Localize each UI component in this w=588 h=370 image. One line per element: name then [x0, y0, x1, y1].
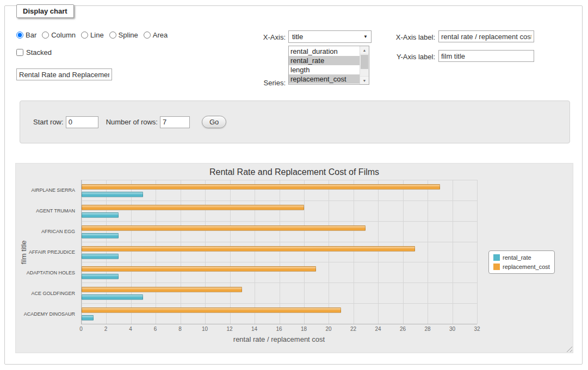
stacked-option[interactable]: Stacked	[16, 48, 52, 57]
chart-type-radio-spline[interactable]	[109, 32, 116, 39]
chart-title-input[interactable]	[16, 68, 112, 80]
chart-type-option-spline[interactable]: Spline	[109, 31, 138, 39]
chart-type-option-line[interactable]: Line	[81, 31, 104, 39]
legend-label-rental_rate: rental_rate	[503, 254, 531, 261]
gridline	[477, 180, 478, 324]
series-field-label: Series:	[242, 79, 286, 87]
bar-replacement_cost	[82, 205, 304, 210]
series-option-length[interactable]: length	[289, 65, 360, 74]
bar-rental_rate	[82, 192, 143, 197]
x-tick-label: 24	[375, 326, 381, 332]
x-tick-label: 30	[449, 326, 455, 332]
x-tick-label: 20	[325, 326, 331, 332]
x-tick-label: 6	[154, 326, 157, 332]
series-option-replacement_cost[interactable]: replacement_cost	[289, 74, 360, 84]
legend-label-replacement_cost: replacement_cost	[503, 264, 550, 270]
chart-container: Rental Rate and Replacement Cost of Film…	[15, 163, 573, 353]
x-axis-ticks: 02468101214161820222426283032	[81, 326, 477, 333]
bar-replacement_cost	[82, 225, 366, 231]
bar-replacement_cost	[82, 308, 341, 313]
bar-replacement_cost	[82, 287, 242, 292]
number-of-rows-label: Number of rows:	[106, 118, 158, 126]
chart-type-label-bar: Bar	[26, 31, 36, 39]
stacked-checkbox[interactable]	[16, 49, 23, 56]
row-controls-panel: Start row: Number of rows: Go	[20, 101, 570, 143]
scroll-up-icon: ▲	[363, 48, 367, 52]
category-label: AIRPLANE SIERRA	[23, 180, 78, 200]
series-multiselect[interactable]: rental_durationrental_ratelengthreplacem…	[288, 46, 369, 85]
x-tick-label: 14	[251, 326, 257, 332]
chart-type-radio-line[interactable]	[81, 32, 88, 39]
x-axis-select[interactable]: title ▼	[288, 30, 372, 43]
scrollbar-thumb[interactable]	[361, 55, 368, 69]
series-option-rental_rate[interactable]: rental_rate	[289, 56, 360, 65]
chart-type-option-column[interactable]: Column	[42, 31, 76, 39]
category-band	[82, 303, 477, 324]
x-tick-label: 4	[129, 326, 132, 332]
go-button[interactable]: Go	[202, 116, 226, 128]
chart-type-radio-area[interactable]	[144, 32, 151, 39]
chart-type-option-area[interactable]: Area	[144, 31, 168, 39]
category-band	[82, 262, 477, 283]
x-axis-label-input[interactable]	[438, 30, 534, 42]
bar-rental_rate	[82, 294, 143, 300]
chart-type-label-line: Line	[90, 31, 104, 39]
x-tick-label: 2	[104, 326, 108, 332]
panel-title: Display chart	[16, 4, 74, 18]
chart-legend: rental_ratereplacement_cost	[488, 250, 555, 274]
category-band	[82, 200, 477, 221]
category-label: AFRICAN EGG	[23, 221, 78, 242]
x-tick-label: 26	[400, 326, 406, 332]
scroll-up-button[interactable]: ▲	[360, 46, 369, 54]
x-tick-label: 8	[178, 326, 182, 332]
legend-swatch-rental_rate	[493, 254, 500, 261]
legend-swatch-replacement_cost	[493, 264, 500, 270]
x-tick-label: 32	[474, 326, 480, 332]
scroll-down-icon: ▼	[363, 79, 367, 83]
category-band	[82, 221, 477, 242]
scroll-down-button[interactable]: ▼	[360, 76, 369, 84]
chart-type-radio-column[interactable]	[42, 32, 49, 39]
chart-type-label-column: Column	[51, 31, 76, 39]
resize-handle-icon[interactable]	[565, 345, 572, 352]
chart-type-option-bar[interactable]: Bar	[16, 31, 36, 39]
legend-item-replacement_cost[interactable]: replacement_cost	[493, 264, 550, 270]
category-labels: AIRPLANE SIERRAAGENT TRUMANAFRICAN EGGAF…	[23, 180, 78, 324]
chart-bands	[82, 180, 477, 324]
panel-title-text: Display chart	[23, 7, 67, 15]
x-axis-title: rental rate / replacement cost	[81, 335, 477, 343]
category-band	[82, 180, 477, 200]
start-row-input[interactable]	[66, 116, 98, 128]
x-axis-selected-value: title	[292, 33, 303, 41]
dropdown-arrow-icon: ▼	[363, 34, 368, 39]
series-scrollbar[interactable]: ▲ ▼	[360, 46, 369, 84]
category-label: AGENT TRUMAN	[23, 200, 78, 221]
y-axis-label-input[interactable]	[438, 50, 534, 62]
legend-item-rental_rate[interactable]: rental_rate	[493, 254, 550, 261]
bar-rental_rate	[82, 315, 94, 321]
chart-type-radio-bar[interactable]	[16, 32, 23, 39]
number-of-rows-input[interactable]	[160, 116, 190, 128]
category-label: ACADEMY DINOSAUR	[23, 304, 78, 324]
x-tick-label: 10	[202, 326, 208, 332]
chart-type-label-area: Area	[153, 31, 168, 39]
category-band	[82, 242, 477, 262]
chart-plot-area	[81, 180, 477, 324]
chart-type-label-spline: Spline	[119, 31, 138, 39]
chart-title: Rental Rate and Replacement Cost of Film…	[16, 167, 573, 177]
category-label: AFFAIR PREJUDICE	[23, 242, 78, 262]
x-tick-label: 18	[301, 326, 307, 332]
category-band	[82, 283, 477, 303]
stacked-label: Stacked	[26, 48, 52, 57]
x-axis-label-field-label: X-Axis label:	[381, 33, 435, 41]
y-axis-label-field-label: Y-Axis label:	[381, 53, 435, 61]
x-tick-label: 12	[226, 326, 232, 332]
bar-rental_rate	[82, 254, 119, 259]
series-option-rental_duration[interactable]: rental_duration	[289, 47, 360, 56]
x-tick-label: 0	[79, 326, 83, 332]
series-options: rental_durationrental_ratelengthreplacem…	[289, 46, 360, 84]
category-label: ACE GOLDFINGER	[23, 283, 78, 304]
bar-replacement_cost	[82, 246, 415, 252]
x-axis-field-label: X-Axis:	[242, 33, 286, 41]
page: Display chart BarColumnLineSplineArea St…	[0, 0, 588, 370]
